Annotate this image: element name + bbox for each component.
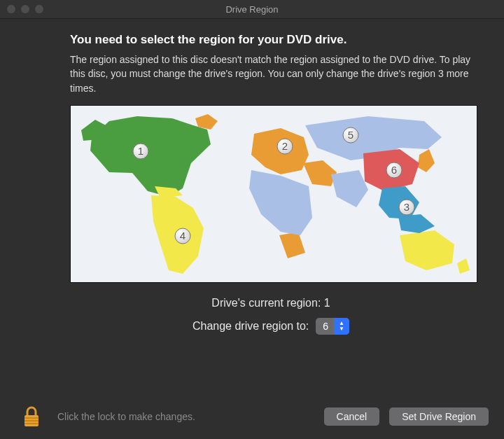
stepper-icon: ▲▼ (334, 318, 349, 335)
window-title: Drive Region (0, 4, 504, 15)
content: You need to select the region for your D… (0, 19, 504, 344)
heading: You need to select the region for your D… (70, 33, 486, 47)
region-4-label: 4 (180, 230, 186, 242)
region-select-value: 6 (316, 318, 334, 335)
svg-rect-8 (24, 417, 38, 419)
description: The region assigned to this disc doesn't… (70, 53, 476, 95)
region-2-label: 2 (282, 140, 288, 152)
set-drive-region-button[interactable]: Set Drive Region (389, 407, 489, 426)
world-map-svg: 1 2 3 4 5 6 (71, 106, 477, 282)
change-region-row: Change drive region to: 6 ▲▼ (56, 318, 486, 335)
lock-hint: Click the lock to make changes. (57, 411, 314, 422)
region-3-label: 3 (404, 201, 410, 213)
region-6-label: 6 (391, 164, 397, 176)
footer: Click the lock to make changes. Cancel S… (0, 394, 504, 439)
change-region-label: Change drive region to: (192, 320, 309, 333)
svg-rect-9 (24, 420, 38, 421)
region-select[interactable]: 6 ▲▼ (316, 318, 349, 335)
current-region-label: Drive's current region: 1 (56, 297, 486, 309)
region-5-label: 5 (348, 129, 354, 141)
cancel-button[interactable]: Cancel (324, 407, 380, 426)
titlebar: Drive Region (0, 0, 504, 19)
svg-rect-10 (24, 423, 38, 424)
lock-icon[interactable] (22, 405, 41, 428)
region-1-label: 1 (138, 145, 144, 157)
region-map[interactable]: 1 2 3 4 5 6 (70, 105, 477, 283)
